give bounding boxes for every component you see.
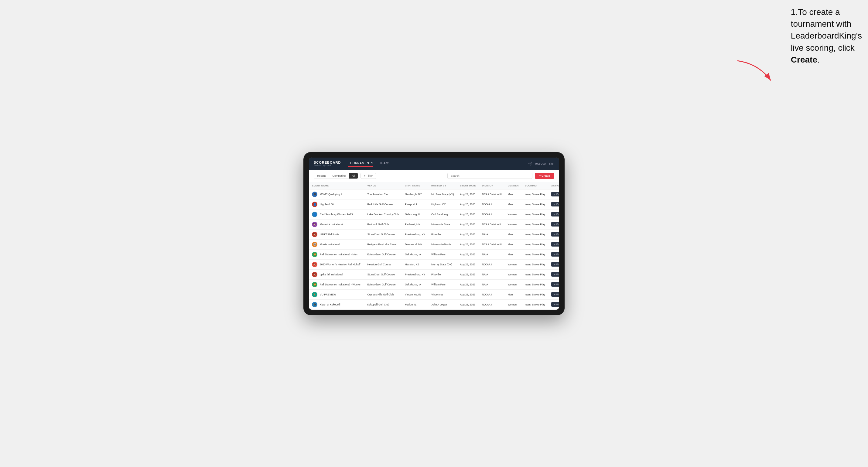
actions-cell: Edit — [548, 199, 559, 209]
table-cell: Oskaloosa, IA — [402, 249, 428, 259]
event-name-cell: 👤Highland 36 — [309, 199, 364, 209]
table-row: 🦅UPIKE Fall InviteStoneCrest Golf Course… — [309, 229, 559, 239]
edit-button[interactable]: Edit — [551, 242, 559, 247]
arrow-annotation — [734, 58, 774, 85]
edit-button[interactable]: Edit — [551, 272, 559, 277]
table-cell: Aug 25, 2023 — [457, 199, 479, 209]
tablet-screen: SCOREBOARD Powered by clippit TOURNAMENT… — [309, 158, 559, 310]
actions-cell: Edit — [548, 239, 559, 249]
table-cell: Marion, IL — [402, 300, 428, 309]
table-cell: Women — [505, 279, 522, 289]
table-cell: Vincennes — [428, 289, 457, 300]
event-name-cell: 🏌VU PREVIEW — [309, 289, 364, 300]
table-row: 🏌VU PREVIEWCypress Hills Golf ClubVincen… — [309, 289, 559, 300]
edit-button[interactable]: Edit — [551, 202, 559, 207]
table-cell: Edmundson Golf Course — [364, 279, 402, 289]
toolbar: Hosting Competing All ≡ Filter + Create — [309, 170, 559, 182]
app-header: SCOREBOARD Powered by clippit TOURNAMENT… — [309, 158, 559, 170]
table-cell: Women — [505, 219, 522, 229]
edit-button[interactable]: Edit — [551, 252, 559, 256]
event-name-cell: 🦅upike fall invitational — [309, 269, 364, 279]
edit-button[interactable]: Edit — [551, 292, 559, 297]
competing-filter-btn[interactable]: Competing — [330, 173, 349, 179]
table-cell: Minnesota-Morris — [428, 239, 457, 249]
table-cell: The Powelton Club — [364, 189, 402, 199]
table-cell: Edmundson Golf Course — [364, 249, 402, 259]
table-cell: Murray State (OK) — [428, 259, 457, 269]
create-button[interactable]: + Create — [535, 173, 554, 179]
edit-button[interactable]: Edit — [551, 232, 559, 237]
table-cell: NAIA — [479, 229, 505, 239]
all-filter-btn[interactable]: All — [349, 173, 358, 179]
event-name-cell: 🦅Maverick Invitational — [309, 219, 364, 229]
table-cell: team, Stroke Play — [522, 189, 548, 199]
table-cell: Aug 28, 2023 — [457, 249, 479, 259]
event-name-cell: 🦅UPIKE Fall Invite — [309, 229, 364, 239]
table-cell: Freeport, IL — [402, 199, 428, 209]
settings-icon[interactable] — [528, 161, 532, 166]
annotation-text: 1.To create a tournament with Leaderboar… — [791, 6, 862, 66]
table-row: 🦅upike fall invitationalStoneCrest Golf … — [309, 269, 559, 279]
edit-button[interactable]: Edit — [551, 282, 559, 287]
table-cell: Ruttger's Bay Lake Resort — [364, 239, 402, 249]
sign-button[interactable]: Sign — [549, 162, 554, 165]
table-cell: Kokopelli Golf Club — [364, 300, 402, 309]
table-cell: Aug 28, 2023 — [457, 300, 479, 309]
table-cell: Women — [505, 209, 522, 219]
table-cell: StoneCrest Golf Course — [364, 229, 402, 239]
table-row: 🦅Maverick InvitationalFaribault Golf Clu… — [309, 219, 559, 229]
table-cell: Men — [505, 289, 522, 300]
table-cell: Women — [505, 259, 522, 269]
actions-cell: Edit — [548, 289, 559, 300]
col-header-gender: GENDER — [505, 182, 522, 189]
table-cell: StoneCrest Golf Course — [364, 269, 402, 279]
header-right: Test User Sign — [528, 161, 554, 166]
table-cell: Minnesota State — [428, 219, 457, 229]
svg-point-1 — [530, 163, 531, 164]
table-row: 🦁Fall Statesmen Invitational - MenEdmund… — [309, 249, 559, 259]
hosting-filter-btn[interactable]: Hosting — [314, 173, 330, 179]
event-name-cell: 👤Carl Sandburg Women FA23 — [309, 209, 364, 219]
table-cell: Aug 24, 2023 — [457, 189, 479, 199]
edit-button[interactable]: Edit — [551, 222, 559, 226]
table-cell: Men — [505, 229, 522, 239]
nav-teams[interactable]: TEAMS — [379, 160, 391, 167]
table-cell: Faribault Golf Club — [364, 219, 402, 229]
table-cell: team, Stroke Play — [522, 289, 548, 300]
table-cell: Aug 28, 2023 — [457, 269, 479, 279]
table-cell: team, Stroke Play — [522, 300, 548, 309]
actions-cell: Edit — [548, 229, 559, 239]
table-cell: Cypress Hills Golf Club — [364, 289, 402, 300]
edit-button[interactable]: Edit — [551, 262, 559, 267]
table-cell: team, Stroke Play — [522, 219, 548, 229]
filter-dropdown[interactable]: ≡ Filter — [361, 173, 376, 179]
col-header-venue: VENUE — [364, 182, 402, 189]
table-cell: Men — [505, 249, 522, 259]
col-header-division: DIVISION — [479, 182, 505, 189]
table-cell: Aug 28, 2023 — [457, 229, 479, 239]
table-cell: Mt. Saint Mary (NY) — [428, 189, 457, 199]
table-cell: Men — [505, 189, 522, 199]
table-header-row: EVENT NAMEVENUECITY, STATEHOSTED BYSTART… — [309, 182, 559, 189]
table-cell: NAIA — [479, 279, 505, 289]
table-cell: NCAA Division III — [479, 239, 505, 249]
table-cell: NJCAA I — [479, 199, 505, 209]
edit-button[interactable]: Edit — [551, 302, 559, 307]
tablet-device: SCOREBOARD Powered by clippit TOURNAMENT… — [303, 152, 565, 315]
table-cell: NCAA Division II — [479, 219, 505, 229]
col-header-start-date: START DATE — [457, 182, 479, 189]
table-cell: Aug 28, 2023 — [457, 219, 479, 229]
event-name-cell: 🦁Fall Statesmen Invitational - Women — [309, 279, 364, 289]
table-cell: Vincennes, IN — [402, 289, 428, 300]
event-name-cell: 🎓Klash at Kokopelli — [309, 300, 364, 309]
edit-button[interactable]: Edit — [551, 192, 559, 196]
table-row: 🐺Morris InvitationalRuttger's Bay Lake R… — [309, 239, 559, 249]
edit-button[interactable]: Edit — [551, 212, 559, 217]
actions-cell: Edit — [548, 259, 559, 269]
table-cell: Aug 28, 2023 — [457, 259, 479, 269]
search-input[interactable] — [447, 173, 532, 179]
table-cell: Men — [505, 199, 522, 209]
table-cell: team, Stroke Play — [522, 269, 548, 279]
nav-tournaments[interactable]: TOURNAMENTS — [348, 160, 373, 167]
table-cell: Deerwood, MN — [402, 239, 428, 249]
